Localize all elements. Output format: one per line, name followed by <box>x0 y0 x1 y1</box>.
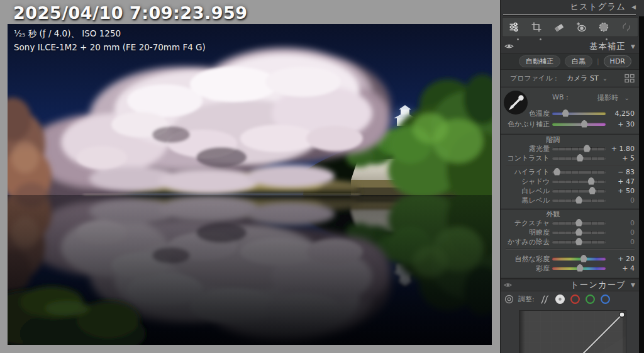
header-divider <box>503 14 636 16</box>
exposure-slider[interactable] <box>552 147 606 150</box>
tool-strip <box>502 17 638 37</box>
exposure-slider-thumb[interactable] <box>584 145 591 152</box>
tint-label: 色かぶり補正 <box>501 120 550 129</box>
whites-slider-row: 白レベル + 50 <box>501 186 640 195</box>
exposure-value[interactable]: + 1.80 <box>606 145 640 153</box>
curve-point[interactable] <box>619 312 625 317</box>
dehaze-slider[interactable] <box>552 240 606 244</box>
whites-slider[interactable] <box>552 189 606 193</box>
tint-slider-thumb[interactable] <box>581 120 588 128</box>
blacks-slider-thumb[interactable] <box>575 196 582 204</box>
temp-label: 色温度 <box>501 109 550 118</box>
exif-overlay: ¹⁄₂₅ 秒 (ƒ / 4.0)、 ISO 1250 Sony ILCE-1M2… <box>14 27 206 54</box>
chevron-down-icon: ⌄ <box>625 94 630 101</box>
adjust-label: 調整: <box>518 294 535 304</box>
healing-eraser-icon[interactable] <box>552 20 566 34</box>
hdr-button[interactable]: HDR <box>604 55 631 68</box>
vibrance-slider-row: 自然な彩度 + 20 <box>501 254 640 263</box>
contrast-slider[interactable] <box>552 157 606 160</box>
green-channel-icon[interactable] <box>585 294 596 305</box>
saturation-slider-thumb[interactable] <box>577 264 584 272</box>
tint-value[interactable]: + 30 <box>606 120 640 128</box>
saturation-value[interactable]: + 4 <box>606 264 640 272</box>
vibrance-slider-thumb[interactable] <box>580 255 587 262</box>
masking-icon[interactable] <box>597 20 611 34</box>
bw-button[interactable]: 白黒 <box>565 55 592 68</box>
texture-value[interactable]: 0 <box>606 219 640 227</box>
profile-dropdown[interactable]: カメラ ST <box>567 74 599 83</box>
shadows-value[interactable]: + 47 <box>606 177 640 186</box>
chevron-down-icon: ⌄ <box>602 75 608 82</box>
white-balance-block: WB : 撮影時 ⌄ 色温度 4,250 色かぶり補正 + 30 <box>501 87 640 133</box>
timestamp-overlay: 2025/04/10 7:09:23.959 <box>13 3 248 23</box>
presets-sync-icon[interactable] <box>619 20 633 34</box>
dehaze-slider-thumb[interactable] <box>575 238 582 245</box>
histogram-panel-header[interactable]: ヒストグラム ◀ <box>501 0 640 14</box>
contrast-slider-row: コントラスト + 5 <box>501 154 640 162</box>
highlights-label: ハイライト <box>501 167 550 177</box>
targeted-adjustment-icon[interactable] <box>504 294 514 304</box>
clarity-value[interactable]: 0 <box>606 228 640 237</box>
exif-settings: ¹⁄₂₅ 秒 (ƒ / 4.0)、 ISO 1250 <box>14 27 206 41</box>
vibrance-value[interactable]: + 20 <box>606 255 640 263</box>
collapse-down-icon[interactable]: ▼ <box>631 43 635 50</box>
tone-curve-editor[interactable] <box>519 310 626 353</box>
tone-curve-panel-header[interactable]: トーンカーブ ▼ <box>501 278 640 291</box>
highlights-slider-thumb[interactable] <box>553 168 560 176</box>
red-channel-icon[interactable] <box>570 294 580 305</box>
blacks-slider[interactable] <box>552 199 606 202</box>
button-separator: | <box>597 57 599 65</box>
temp-value[interactable]: 4,250 <box>606 109 640 118</box>
highlights-value[interactable]: − 83 <box>606 168 640 176</box>
profile-label: プロファイル : <box>510 74 557 83</box>
collapse-down-icon[interactable]: ▼ <box>631 282 635 288</box>
auto-correct-button[interactable]: 自動補正 <box>519 55 560 68</box>
saturation-slider-row: 彩度 + 4 <box>501 264 640 272</box>
wb-value: 撮影時 <box>597 94 618 102</box>
wb-dropdown[interactable]: 撮影時 ⌄ <box>597 93 630 103</box>
blacks-value[interactable]: 0 <box>606 196 640 205</box>
highlights-slider[interactable] <box>552 171 606 174</box>
saturation-slider[interactable] <box>552 267 606 270</box>
basic-panel-header[interactable]: 基本補正 ▼ <box>501 40 640 53</box>
blue-channel-icon[interactable] <box>600 294 611 305</box>
tone-curve-block: 調整: <box>501 291 640 353</box>
vibrance-slider[interactable] <box>552 257 606 261</box>
eye-icon[interactable] <box>504 282 512 288</box>
shadows-slider-row: シャドウ + 47 <box>501 177 640 186</box>
whites-value[interactable]: + 50 <box>606 187 640 195</box>
temp-slider[interactable] <box>552 112 606 115</box>
panel-scrollbar[interactable] <box>639 16 644 353</box>
contrast-value[interactable]: + 5 <box>606 154 640 162</box>
tone-block: 階調 露光量 + 1.80 コントラスト + 5 ハイライト − 83 シャドウ… <box>501 134 640 208</box>
whites-slider-thumb[interactable] <box>589 187 596 194</box>
contrast-label: コントラスト <box>501 154 550 163</box>
tint-slider[interactable] <box>552 123 606 126</box>
temp-slider-row: 色温度 4,250 <box>501 109 640 118</box>
red-eye-icon[interactable] <box>574 20 588 34</box>
collapse-left-icon[interactable]: ◀ <box>631 4 636 10</box>
shadows-slider[interactable] <box>552 180 606 183</box>
texture-slider-thumb[interactable] <box>575 219 582 227</box>
dehaze-slider-row: かすみの除去 0 <box>501 237 640 246</box>
basic-buttons-row: 自動補正 白黒 | HDR <box>501 53 640 69</box>
shadows-slider-thumb[interactable] <box>588 177 595 185</box>
temp-slider-thumb[interactable] <box>562 109 569 117</box>
point-curve-icon[interactable] <box>555 294 565 305</box>
texture-label: テクスチャ <box>501 218 550 228</box>
contrast-slider-thumb[interactable] <box>577 154 584 162</box>
photo-view[interactable]: ¹⁄₂₅ 秒 (ƒ / 4.0)、 ISO 1250 Sony ILCE-1M2… <box>8 24 492 345</box>
profile-browser-icon[interactable] <box>625 74 635 83</box>
edit-sliders-icon[interactable] <box>507 20 521 34</box>
dehaze-value[interactable]: 0 <box>606 238 640 246</box>
clarity-slider-row: 明瞭度 0 <box>501 228 640 237</box>
crop-icon[interactable] <box>530 20 543 34</box>
night-cherry-blossom-photo <box>8 24 492 345</box>
eye-icon[interactable] <box>504 43 514 50</box>
clarity-label: 明瞭度 <box>501 228 550 237</box>
clarity-slider-thumb[interactable] <box>575 228 582 236</box>
parametric-curve-icon[interactable] <box>539 294 550 305</box>
texture-slider[interactable] <box>552 221 606 225</box>
tint-slider-row: 色かぶり補正 + 30 <box>501 120 640 128</box>
clarity-slider[interactable] <box>552 231 606 234</box>
